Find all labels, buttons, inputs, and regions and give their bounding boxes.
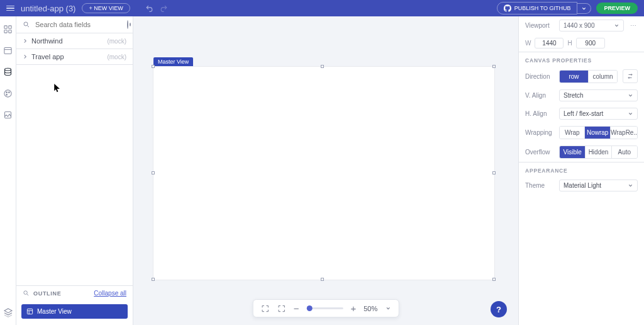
target-icon[interactable] bbox=[127, 20, 128, 29]
svg-point-11 bbox=[24, 22, 28, 26]
svg-point-7 bbox=[6, 91, 8, 93]
theme-label: Theme bbox=[525, 182, 554, 189]
datasource-tag: (mock) bbox=[107, 54, 126, 60]
overflow-segmented: Visible Hidden Auto bbox=[559, 145, 638, 159]
zoom-dropdown-icon[interactable] bbox=[385, 305, 391, 311]
nav-rail bbox=[0, 16, 16, 325]
chevron-right-icon bbox=[23, 54, 28, 59]
direction-segmented: row column bbox=[559, 70, 618, 83]
valign-value: Stretch bbox=[564, 92, 584, 99]
resize-handle[interactable] bbox=[152, 171, 155, 174]
svg-rect-2 bbox=[4, 30, 7, 32]
svg-point-5 bbox=[5, 68, 11, 71]
preview-label: PREVIEW bbox=[604, 5, 630, 11]
chevron-down-icon bbox=[628, 183, 633, 188]
height-label: H bbox=[567, 40, 572, 47]
theme-value: Material Light bbox=[564, 182, 601, 189]
layers-icon[interactable] bbox=[3, 307, 13, 317]
search-input[interactable] bbox=[34, 20, 123, 29]
datasource-tag: (mock) bbox=[107, 38, 126, 45]
resize-handle[interactable] bbox=[321, 65, 324, 68]
search-icon bbox=[23, 290, 30, 297]
resize-handle[interactable] bbox=[152, 65, 155, 68]
resize-handle[interactable] bbox=[492, 278, 496, 281]
new-view-button[interactable]: + NEW VIEW bbox=[82, 3, 130, 13]
wrapping-segmented: Wrap Nowrap WrapRe.. bbox=[559, 126, 638, 139]
resize-handle[interactable] bbox=[492, 65, 496, 68]
svg-rect-1 bbox=[9, 25, 11, 28]
top-bar: untitled-app (3) + NEW VIEW PUBLISH TO G… bbox=[0, 0, 644, 16]
resize-handle[interactable] bbox=[152, 278, 155, 281]
datasource-name: Northwind bbox=[31, 37, 103, 45]
chevron-down-icon bbox=[614, 23, 619, 28]
datasource-name: Travel app bbox=[31, 53, 103, 60]
overflow-auto-option[interactable]: Auto bbox=[612, 146, 637, 158]
svg-point-6 bbox=[4, 89, 11, 96]
nowrap-option[interactable]: Nowrap bbox=[585, 127, 610, 139]
resize-handle[interactable] bbox=[492, 171, 496, 174]
direction-column-option[interactable]: column bbox=[589, 71, 617, 83]
data-icon[interactable] bbox=[3, 67, 13, 77]
new-view-label: + NEW VIEW bbox=[89, 5, 123, 11]
direction-row-option[interactable]: row bbox=[560, 71, 589, 83]
themes-icon[interactable] bbox=[3, 88, 13, 98]
zoom-out-button[interactable]: − bbox=[294, 304, 299, 313]
height-input[interactable]: 900 bbox=[576, 38, 605, 48]
viewport-label: Viewport bbox=[525, 22, 554, 29]
preview-button[interactable]: PREVIEW bbox=[596, 3, 638, 14]
svg-rect-13 bbox=[27, 309, 32, 314]
help-button[interactable]: ? bbox=[491, 301, 507, 317]
collapse-all-link[interactable]: Collapse all bbox=[94, 290, 126, 297]
publish-button-group: PUBLISH TO GITHUB bbox=[497, 2, 592, 14]
svg-point-8 bbox=[9, 91, 10, 93]
svg-rect-3 bbox=[9, 30, 11, 32]
datasource-row[interactable]: Northwind (mock) bbox=[16, 33, 133, 49]
outline-header: OUTLINE Collapse all bbox=[16, 285, 133, 300]
artboard[interactable] bbox=[153, 67, 494, 280]
outline-label: OUTLINE bbox=[33, 290, 61, 297]
assets-icon[interactable] bbox=[3, 110, 13, 120]
svg-rect-0 bbox=[4, 25, 7, 28]
outline-item-label: Master View bbox=[37, 308, 72, 315]
datasource-row[interactable]: Travel app (mock) bbox=[16, 49, 133, 65]
fit-screen-icon[interactable] bbox=[261, 304, 270, 313]
inspector-panel: Viewport 1440 x 900 ⋯ W 1440 H 900 CANVA… bbox=[518, 16, 644, 325]
resize-handle[interactable] bbox=[321, 278, 324, 281]
overflow-visible-option[interactable]: Visible bbox=[560, 146, 586, 158]
actual-size-icon[interactable] bbox=[277, 304, 286, 313]
viewport-select[interactable]: 1440 x 900 bbox=[559, 20, 624, 31]
redo-icon[interactable] bbox=[160, 4, 168, 13]
data-search bbox=[16, 16, 133, 33]
svg-rect-4 bbox=[4, 47, 11, 54]
publish-dropdown-toggle[interactable] bbox=[577, 3, 591, 14]
overflow-label: Overflow bbox=[525, 149, 554, 156]
overflow-hidden-option[interactable]: Hidden bbox=[586, 146, 611, 158]
width-input[interactable]: 1440 bbox=[535, 38, 564, 48]
zoom-slider[interactable] bbox=[306, 307, 343, 309]
menu-icon[interactable] bbox=[6, 6, 14, 11]
viewport-value: 1440 x 900 bbox=[564, 22, 595, 29]
publish-github-button[interactable]: PUBLISH TO GITHUB bbox=[497, 2, 578, 14]
swap-axis-button[interactable] bbox=[623, 69, 638, 83]
components-icon[interactable] bbox=[3, 24, 13, 34]
halign-select[interactable]: Left / flex-start bbox=[559, 108, 638, 120]
layout-icon bbox=[26, 308, 33, 315]
wrapreverse-option[interactable]: WrapRe.. bbox=[611, 127, 637, 139]
zoom-in-button[interactable]: + bbox=[350, 304, 356, 313]
section-appearance: APPEARANCE bbox=[519, 162, 644, 176]
views-icon[interactable] bbox=[3, 45, 13, 55]
valign-select[interactable]: Stretch bbox=[559, 89, 638, 101]
wrapping-label: Wrapping bbox=[525, 129, 554, 136]
canvas-area[interactable]: Master View − + 50% ? bbox=[133, 16, 518, 325]
github-icon bbox=[504, 4, 511, 12]
left-panel: Northwind (mock) Travel app (mock) OUTLI… bbox=[16, 16, 133, 325]
theme-select[interactable]: Material Light bbox=[559, 180, 638, 191]
width-label: W bbox=[525, 40, 531, 47]
cursor-icon bbox=[54, 84, 61, 93]
outline-item-master-view[interactable]: Master View bbox=[21, 304, 128, 319]
artboard-tag[interactable]: Master View bbox=[153, 57, 193, 66]
undo-icon[interactable] bbox=[145, 4, 153, 13]
viewport-more-icon[interactable]: ⋯ bbox=[629, 22, 638, 29]
wrap-option[interactable]: Wrap bbox=[560, 127, 585, 139]
zoom-percent: 50% bbox=[364, 305, 377, 312]
